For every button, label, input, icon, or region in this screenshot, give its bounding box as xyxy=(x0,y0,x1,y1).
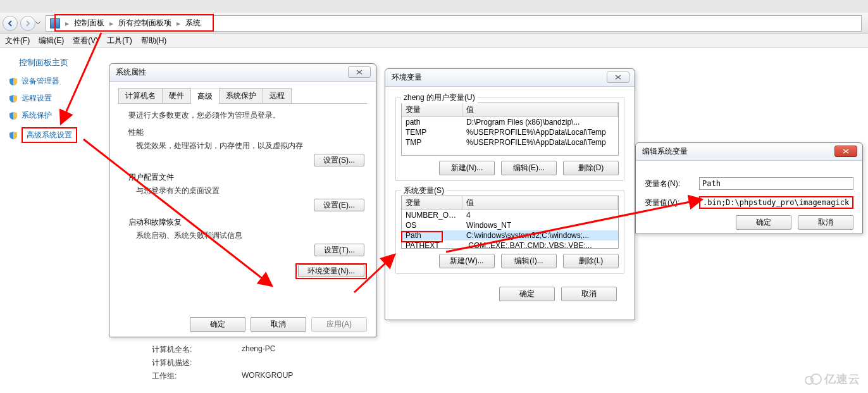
shield-icon xyxy=(9,111,18,120)
watermark-text: 亿速云 xyxy=(824,371,860,387)
user-new-button[interactable]: 新建(N)... xyxy=(439,161,495,175)
dialog-title: 环境变量 xyxy=(385,69,635,87)
menu-file[interactable]: 文件(F) xyxy=(5,35,30,46)
menu-help[interactable]: 帮助(H) xyxy=(141,35,167,46)
performance-header: 性能 xyxy=(121,127,364,138)
cancel-button[interactable]: 取消 xyxy=(251,317,306,332)
startup-settings-button[interactable]: 设置(T)... xyxy=(314,244,364,256)
profiles-desc: 与您登录有关的桌面设置 xyxy=(121,185,364,196)
close-button[interactable] xyxy=(607,72,629,83)
dialog-footer: 确定 取消 应用(A) xyxy=(109,317,376,332)
full-name-value: zheng-PC xyxy=(242,344,275,355)
environment-variables-dialog: 环境变量 zheng 的用户变量(U) 变量 值 pathD:\Program … xyxy=(385,68,635,320)
environment-variables-button[interactable]: 环境变量(N)... xyxy=(298,265,364,277)
ok-button[interactable]: 确定 xyxy=(499,287,555,301)
sys-new-button[interactable]: 新建(W)... xyxy=(439,254,495,268)
sidebar-item-device-manager[interactable]: 设备管理器 xyxy=(6,76,101,87)
column-header-variable[interactable]: 变量 xyxy=(402,196,462,209)
breadcrumb-separator: ▸ xyxy=(174,19,183,28)
column-header-variable[interactable]: 变量 xyxy=(402,103,462,116)
system-properties-dialog: 系统属性 计算机名 硬件 高级 系统保护 远程 要进行大多数更改，您必须作为管理… xyxy=(109,63,376,337)
breadcrumb-item[interactable]: 系统 xyxy=(183,16,203,31)
breadcrumb-item[interactable]: 所有控制面板项 xyxy=(116,16,174,31)
startup-desc: 系统启动、系统失败和调试信息 xyxy=(121,230,364,241)
table-row[interactable]: pathD:\Program Files (x86)\bandzip\... xyxy=(402,117,618,127)
tab-system-protection[interactable]: 系统保护 xyxy=(219,88,263,103)
table-row-path[interactable]: PathC:\windows\system32;C:\windows;... xyxy=(402,230,618,240)
table-row[interactable]: OSWindows_NT xyxy=(402,220,618,230)
sidebar-item-remote-settings[interactable]: 远程设置 xyxy=(6,93,101,104)
cancel-button[interactable]: 取消 xyxy=(798,215,853,230)
apply-button[interactable]: 应用(A) xyxy=(311,317,367,332)
close-button[interactable] xyxy=(348,66,371,78)
table-row[interactable]: NUMBER_OF_PR...4 xyxy=(402,210,618,220)
ok-button[interactable]: 确定 xyxy=(736,215,791,230)
user-variables-table[interactable]: 变量 值 pathD:\Program Files (x86)\bandzip\… xyxy=(401,103,619,156)
column-header-value[interactable]: 值 xyxy=(462,196,618,209)
performance-settings-button[interactable]: 设置(S)... xyxy=(314,154,364,166)
table-row[interactable]: TMP%USERPROFILE%\AppData\Local\Temp xyxy=(402,137,618,147)
cancel-button[interactable]: 取消 xyxy=(561,287,617,301)
close-button[interactable] xyxy=(834,146,857,157)
browser-tabstrip xyxy=(0,0,868,13)
tab-computer-name[interactable]: 计算机名 xyxy=(118,88,163,103)
profiles-settings-button[interactable]: 设置(E)... xyxy=(314,199,364,211)
menu-tools[interactable]: 工具(T) xyxy=(107,35,132,46)
var-name-label: 变量名(N): xyxy=(645,178,691,189)
sidebar-item-label: 高级系统设置 xyxy=(27,130,72,139)
startup-header: 启动和故障恢复 xyxy=(121,217,364,228)
dialog-title: 系统属性 xyxy=(109,64,376,82)
menu-edit[interactable]: 编辑(E) xyxy=(39,35,64,46)
annotation-highlight: 环境变量(N)... xyxy=(295,263,367,279)
group-title: 系统变量(S) xyxy=(401,185,447,196)
sidebar-item-advanced-settings[interactable]: 高级系统设置 xyxy=(6,127,101,143)
control-panel-sidebar: 控制面板主页 设备管理器 远程设置 系统保护 高级系统设置 xyxy=(6,57,101,149)
sidebar-item-label: 系统保护 xyxy=(22,110,52,121)
dialog-title: 编辑系统变量 xyxy=(636,143,862,161)
sidebar-item-label: 远程设置 xyxy=(22,93,52,104)
explorer-nav-row: ▸ 控制面板 ▸ 所有控制面板项 ▸ 系统 xyxy=(0,13,868,34)
performance-desc: 视觉效果，处理器计划，内存使用，以及虚拟内存 xyxy=(121,140,364,151)
sidebar-title[interactable]: 控制面板主页 xyxy=(6,57,101,68)
sysprop-tabs: 计算机名 硬件 高级 系统保护 远程 xyxy=(118,88,367,104)
user-delete-button[interactable]: 删除(D) xyxy=(563,161,619,175)
workgroup-label: 工作组: xyxy=(152,371,242,382)
system-info-section: 计算机全名:zheng-PC 计算机描述: 工作组:WORKGROUP xyxy=(152,342,293,384)
breadcrumb-separator: ▸ xyxy=(63,19,71,28)
shield-icon xyxy=(9,77,18,86)
address-breadcrumb[interactable]: ▸ 控制面板 ▸ 所有控制面板项 ▸ 系统 xyxy=(46,15,862,32)
var-name-input[interactable] xyxy=(699,177,853,190)
system-variables-table[interactable]: 变量 值 NUMBER_OF_PR...4 OSWindows_NT PathC… xyxy=(401,196,619,249)
shield-icon xyxy=(9,94,18,103)
back-button[interactable] xyxy=(3,16,18,31)
group-title: zheng 的用户变量(U) xyxy=(401,92,478,103)
nav-history-dropdown[interactable] xyxy=(34,16,42,31)
watermark: 亿速云 xyxy=(804,371,860,387)
user-edit-button[interactable]: 编辑(E)... xyxy=(501,161,557,175)
control-panel-icon xyxy=(50,18,60,28)
column-header-value[interactable]: 值 xyxy=(462,103,618,116)
sys-delete-button[interactable]: 删除(L) xyxy=(563,254,619,268)
tab-advanced[interactable]: 高级 xyxy=(190,89,220,104)
menu-view[interactable]: 查看(V) xyxy=(73,35,98,46)
sys-edit-button[interactable]: 编辑(I)... xyxy=(501,254,557,268)
tab-remote[interactable]: 远程 xyxy=(263,88,292,103)
table-row[interactable]: TEMP%USERPROFILE%\AppData\Local\Temp xyxy=(402,127,618,137)
tab-hardware[interactable]: 硬件 xyxy=(162,88,191,103)
breadcrumb-separator: ▸ xyxy=(107,19,116,28)
profiles-header: 用户配置文件 xyxy=(121,172,364,183)
shield-icon xyxy=(9,131,18,140)
sidebar-item-system-protection[interactable]: 系统保护 xyxy=(6,110,101,121)
annotation-highlight: 高级系统设置 xyxy=(22,127,77,143)
user-variables-group: zheng 的用户变量(U) 变量 值 pathD:\Program Files… xyxy=(395,97,624,181)
edit-system-variable-dialog: 编辑系统变量 变量名(N): 变量值(V): 确定 取消 xyxy=(635,142,863,234)
system-variables-group: 系统变量(S) 变量 值 NUMBER_OF_PR...4 OSWindows_… xyxy=(395,190,624,274)
breadcrumb-item[interactable]: 控制面板 xyxy=(71,16,107,31)
forward-button[interactable] xyxy=(20,16,35,31)
table-row[interactable]: PATHEXT.COM;.EXE;.BAT;.CMD;.VBS;.VBE;... xyxy=(402,240,618,249)
var-value-input[interactable] xyxy=(699,196,853,209)
menu-bar: 文件(F) 编辑(E) 查看(V) 工具(T) 帮助(H) xyxy=(0,34,868,48)
ok-button[interactable]: 确定 xyxy=(190,317,245,332)
full-name-label: 计算机全名: xyxy=(152,344,242,355)
desc-label: 计算机描述: xyxy=(152,358,242,368)
